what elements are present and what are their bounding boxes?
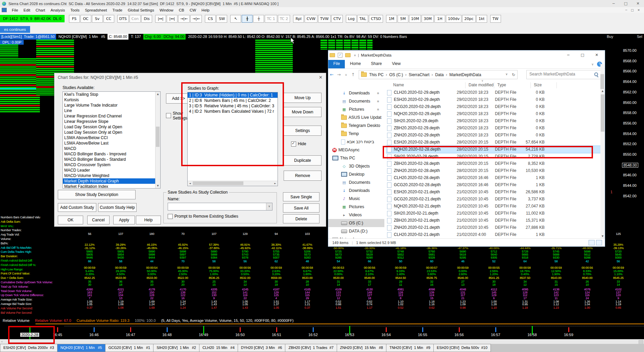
sidebar-item-this-pc[interactable]: This PC <box>328 154 384 162</box>
explorer-minimize-icon[interactable]: ─ <box>562 50 575 60</box>
sidebar-item-pictures[interactable]: ▦Pictures∗ <box>328 105 384 113</box>
file-row[interactable]: ZBH20.2020-02-28.depth28/02/2020 20:15DE… <box>386 160 600 167</box>
sidebar-item-data-d[interactable]: DATA (D:) <box>328 227 384 235</box>
study-list-item[interactable]: MACD Bollinger Bands - Standard <box>63 157 160 162</box>
menu-analysis[interactable]: Analysis <box>48 8 68 12</box>
study-list-item[interactable]: Kiwi's Trailing Stop <box>63 92 160 97</box>
breadcrumb-os-c[interactable]: OS (C:) <box>389 72 404 77</box>
study-list-item[interactable]: Linear Regression End Channel <box>63 113 160 119</box>
file-row[interactable]: ESH20.2020-02-28.depth28/02/2020 20:15DE… <box>386 139 600 146</box>
back-icon[interactable]: ← <box>328 72 335 77</box>
menu-cb[interactable]: CB <box>176 8 187 12</box>
scroll-up-icon[interactable]: ▲ <box>156 92 160 96</box>
apply-button[interactable]: Apply <box>113 216 135 224</box>
file-list-scrollbar[interactable]: ▲ ▼ <box>600 89 605 239</box>
menu-cw[interactable]: CW <box>187 8 199 12</box>
address-dropdown-icon[interactable]: ∨ <box>503 72 510 77</box>
toolbar-button-1kt[interactable]: 1kt <box>476 15 487 23</box>
toolbar-button-fs[interactable]: FS <box>69 15 80 23</box>
sidebar-item-documents[interactable]: ▤Documents∗ <box>328 97 384 105</box>
sidebar-item-asus-live-updat[interactable]: ASUS Live Updat <box>328 113 384 122</box>
scroll-left-icon[interactable]: ◄ <box>188 181 192 186</box>
sidebar-item-3d-objects[interactable]: ◇3D Objects <box>328 162 384 170</box>
toolbar-button-log[interactable]: Log <box>346 15 357 23</box>
toolbar-button-20pc[interactable]: 20pc <box>462 15 475 23</box>
chart-horizontal-scrollbar[interactable]: ‹ <box>0 339 644 344</box>
toolbar-button-1h[interactable]: 1H <box>434 15 445 23</box>
new-folder-icon[interactable] <box>345 53 351 57</box>
toolbar-button-100dv[interactable]: 100dv <box>446 15 462 23</box>
breadcrumb-sierrachart[interactable]: SierraChart <box>408 72 430 77</box>
chart-tab-nqh20-cbv-1-min-5[interactable]: NQH20 [CBV] 1 Min #5 <box>57 344 105 352</box>
toolbar-button-rpl[interactable]: Rpl <box>293 15 304 23</box>
add-custom-study-button[interactable]: Add Custom Study <box>58 203 96 212</box>
study-list-item[interactable]: MACD <box>63 146 160 151</box>
study-list-item[interactable]: Large Volume Trade Indicator <box>63 103 160 108</box>
maximize-icon[interactable]: □ <box>620 1 632 6</box>
hide-checkbox[interactable] <box>291 141 296 147</box>
explorer-maximize-icon[interactable]: □ <box>576 50 589 60</box>
ribbon-tab-share[interactable]: Share <box>366 60 387 68</box>
column-header-name[interactable]: Name <box>393 83 404 87</box>
chart-tab-clh20-15-min-4[interactable]: CLH20 15 Min #4 <box>199 344 238 352</box>
file-row[interactable]: ZNH20.2020-02-28.depth28/02/2020 20:15DE… <box>386 167 600 174</box>
toolbar-button-sv[interactable]: Sv <box>92 15 103 23</box>
file-row[interactable]: NQH20.2020-02-21.depth21/02/2020 10:45DE… <box>386 203 600 210</box>
pointer-tool-icon[interactable]: ↖ <box>230 15 241 23</box>
study-list-item[interactable]: Market Facilitation Index <box>63 184 160 189</box>
search-input[interactable]: Search MarketDepthData <box>526 70 601 79</box>
chart-tab-esh20-cbv-delta-2000v-3[interactable]: ESH20 [CBV] Delta 2000v #3 <box>0 344 57 352</box>
custom-study-help-button[interactable]: Custom Study Help <box>98 203 137 212</box>
study-list-item[interactable]: Load Day Session Only at Open <box>63 124 160 130</box>
scroll-left-icon[interactable]: ‹ <box>0 340 3 343</box>
file-row[interactable]: NQH20.2020-02-29.depth29/02/2020 18:23DE… <box>386 110 600 117</box>
remove-button[interactable]: Remove <box>284 171 321 181</box>
toolbar-button-5m[interactable]: 5M <box>398 15 408 23</box>
file-row[interactable]: SIH20.2020-02-29.depth29/02/2020 18:23DE… <box>386 117 600 125</box>
save-all-button[interactable]: Save All <box>283 203 319 213</box>
show-settings-checkbox[interactable] <box>166 113 171 118</box>
file-row[interactable]: CLH20.2020-02-28.depth28/02/2020 16:46DE… <box>386 174 600 181</box>
toolbar-button-1m[interactable]: 1M <box>386 15 397 23</box>
sell-button[interactable]: Sel <box>637 34 642 40</box>
scroll-up-icon[interactable]: ▲ <box>600 89 605 93</box>
explorer-close-icon[interactable]: ✕ <box>590 50 603 60</box>
toolbar-button-30m[interactable]: 30M <box>422 15 434 23</box>
file-row[interactable]: GCG20.2020-02-29.depth29/02/2020 18:23DE… <box>386 103 600 110</box>
file-row[interactable]: CLH20.2020-02-21.depth21/02/2020 4:00DEP… <box>386 231 600 238</box>
graph-list-hscrollbar[interactable]: ◄ ► <box>188 181 278 186</box>
scrollbar-thumb[interactable] <box>193 181 243 185</box>
toolbar-button-ctv[interactable]: CTV <box>331 15 343 23</box>
chart-tab-zbh20-cbv-1-trades-7[interactable]: ZBH20 [CBV] 1 Trades #7 <box>285 344 337 352</box>
chartbook-tab[interactable]: es continues <box>0 26 30 33</box>
sidebar-item-pictures[interactable]: ▦Pictures <box>328 203 384 211</box>
sidebar-item-documents[interactable]: ▤Documents <box>328 178 384 186</box>
sidebar-item-downloads[interactable]: ↓Downloads <box>328 186 384 195</box>
menu-file[interactable]: File <box>9 8 21 12</box>
toolbar-button-dis[interactable]: Dis <box>141 15 152 23</box>
file-row[interactable]: SIH20.2020-02-21.depth21/02/2020 10:45DE… <box>386 210 600 217</box>
menu-help[interactable]: Help <box>199 8 212 12</box>
menu-spreadsheet[interactable]: Spreadsheet <box>82 8 110 12</box>
toolbar-button-cs[interactable]: CS <box>205 15 216 23</box>
file-row[interactable]: ESH20.2020-02-21.depth21/02/2020 10:45DE… <box>386 189 600 196</box>
file-row[interactable]: ZBH20.2020-02-29.depth29/02/2020 18:23DE… <box>386 125 600 132</box>
ribbon-tab-file[interactable]: File <box>328 60 345 68</box>
breadcrumb-this-pc[interactable]: This PC <box>368 72 384 77</box>
sidebar-item-temp[interactable]: Temp <box>328 130 384 138</box>
chart-tab-esh20-cbv-delta-500v-10[interactable]: ESH20 [CBV] Delta 500v #10 <box>434 344 491 352</box>
mdi-window-controls[interactable]: ─ □ ✕ <box>625 8 644 12</box>
file-row[interactable]: GCG20.2020-02-21.depth21/02/2020 10:45DE… <box>386 196 600 203</box>
toolbar-button-tal[interactable]: TAL <box>357 15 368 23</box>
show-study-description-button[interactable]: Show Study Description <box>58 190 136 199</box>
file-row[interactable]: GCG20.2020-02-28.depth28/02/2020 16:46DE… <box>386 181 600 189</box>
study-list-item[interactable]: Load Day Session Only at Open <box>63 130 160 135</box>
buy-button[interactable]: Buy <box>607 34 613 40</box>
move-up-button[interactable]: Move Up <box>284 93 321 103</box>
thumbnails-view-icon[interactable] <box>596 240 602 245</box>
menu-window[interactable]: Window <box>157 8 176 12</box>
scroll-right-icon[interactable]: ► <box>273 181 278 186</box>
toolbar-button-tw[interactable]: TW <box>490 15 501 23</box>
column-header-date[interactable]: Date modified <box>469 83 494 87</box>
file-row[interactable]: ZBH20.2020-02-21.depth21/02/2020 10:45DE… <box>386 217 600 224</box>
